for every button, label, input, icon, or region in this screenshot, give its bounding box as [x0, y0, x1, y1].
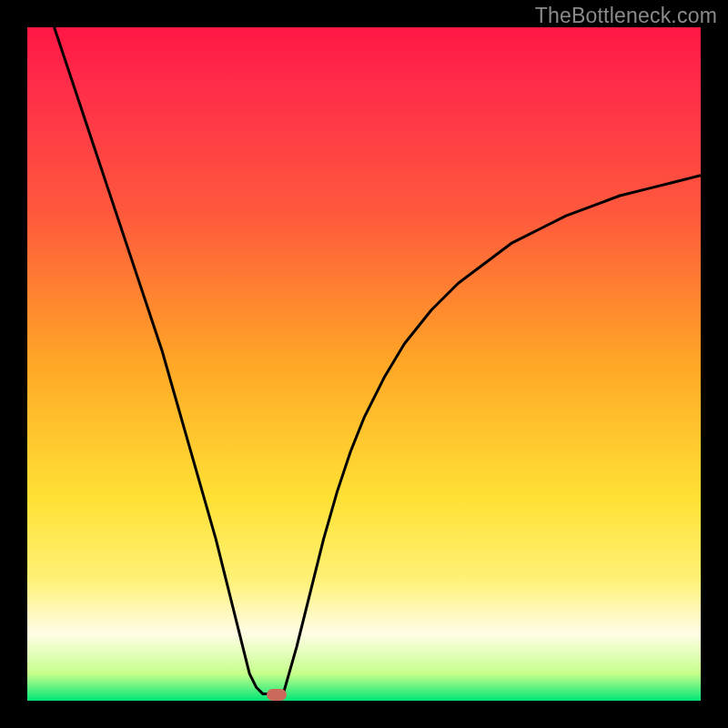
watermark-text: TheBottleneck.com [535, 4, 717, 28]
optimal-point-marker [267, 689, 287, 701]
plot-area [27, 27, 701, 701]
bottleneck-curve [27, 27, 701, 701]
chart-frame: TheBottleneck.com [0, 0, 728, 728]
